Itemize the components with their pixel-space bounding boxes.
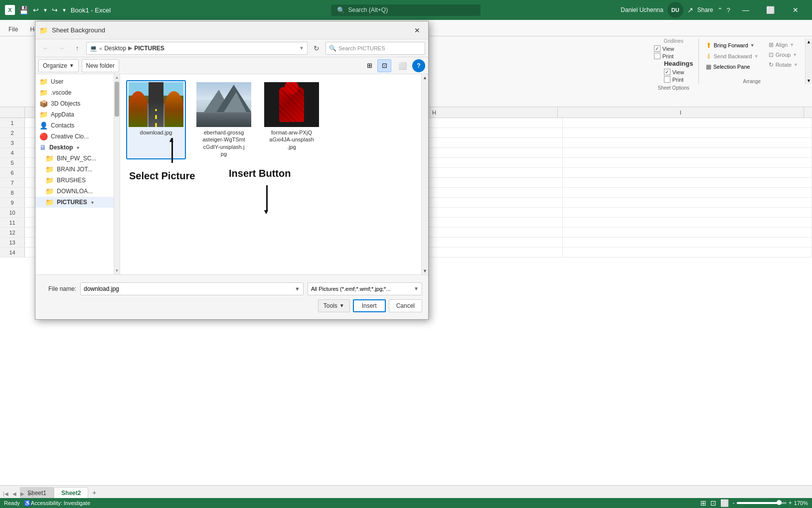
breadcrumb-dropdown[interactable]: ▼ xyxy=(299,45,304,51)
filename-input[interactable]: download.jpg ▼ xyxy=(80,282,304,295)
cell-i13[interactable] xyxy=(563,238,812,247)
minimize-button[interactable]: — xyxy=(734,2,757,17)
filetype-arrow[interactable]: ▼ xyxy=(414,286,419,291)
details-view-button[interactable]: ⊞ xyxy=(362,59,376,72)
nav-back-button[interactable]: ← xyxy=(38,42,52,55)
send-backward-button[interactable]: ⬇ Send Backward ▼ xyxy=(704,51,761,61)
sidebar-item-vscode[interactable]: 📁 .vscode xyxy=(35,87,114,98)
sheet-next-btn[interactable]: ▶ xyxy=(19,491,25,497)
maximize-button[interactable]: ⬜ xyxy=(759,2,782,17)
cell-i3[interactable] xyxy=(563,138,812,147)
nav-forward-button[interactable]: → xyxy=(54,42,68,55)
nav-refresh-button[interactable]: ↻ xyxy=(310,42,324,55)
cell-i12[interactable] xyxy=(563,228,812,237)
sheet-options-label[interactable]: Sheet Options xyxy=(654,85,693,91)
ribbon-scroll-down[interactable]: ▼ xyxy=(806,78,812,84)
sidebar-item-user[interactable]: 📁 User xyxy=(35,76,114,87)
pictures-expand: ▾ xyxy=(91,200,94,205)
headings-view-checkbox[interactable]: ✓ View xyxy=(664,68,693,76)
dialog-close-button[interactable]: ✕ xyxy=(410,24,424,36)
insert-button[interactable]: Insert xyxy=(353,299,386,312)
selection-pane-button[interactable]: ▦ Selection Pane xyxy=(704,62,761,71)
sheet-first-btn[interactable]: |◀ xyxy=(2,491,9,497)
sidebar-item-download[interactable]: 📁 DOWNLOA... xyxy=(35,186,114,197)
large-icon-view-button[interactable]: ⊡ xyxy=(377,59,391,72)
cell-i6[interactable] xyxy=(563,168,812,177)
undo-dropdown-icon[interactable]: ▼ xyxy=(43,7,48,13)
layout-view-icon[interactable]: ⊡ xyxy=(710,499,716,507)
rotate-button[interactable]: ↻ Rotate ▼ xyxy=(767,60,800,69)
breadcrumb-bar[interactable]: 💻 « Desktop ▶ PICTURES ▼ xyxy=(86,42,308,55)
headings-print-checkbox[interactable]: Print xyxy=(664,76,693,83)
sidebar-item-3dobjects[interactable]: 📦 3D Objects xyxy=(35,98,114,109)
zoom-slider[interactable] xyxy=(737,502,787,504)
undo-icon[interactable]: ↩ xyxy=(33,6,39,14)
file-item-mountain[interactable]: eberhard-grossgasteiger-WgTSmtcGdIY-unsp… xyxy=(194,80,254,159)
sidebar-scroll-down-btn[interactable]: ▼ xyxy=(115,268,119,273)
share-label[interactable]: Share xyxy=(697,6,713,13)
sidebar-item-brushes[interactable]: 📁 BRUSHES xyxy=(35,175,114,186)
gridlines-view-checkbox[interactable]: ✓ View xyxy=(654,45,693,52)
cell-i7[interactable] xyxy=(563,178,812,187)
sidebar-scrollbar[interactable]: ▲ ▼ xyxy=(114,74,120,274)
sidebar-item-creative[interactable]: 🔴 Creative Clo... xyxy=(35,131,114,142)
ribbon-scroll-up[interactable]: ▲ xyxy=(806,38,812,44)
qat-dropdown-icon[interactable]: ▼ xyxy=(62,7,67,13)
organize-button[interactable]: Organize ▼ xyxy=(38,59,79,72)
tools-button[interactable]: Tools ▼ xyxy=(318,299,350,312)
sidebar-item-desktop[interactable]: 🖥 Desktop ▾ xyxy=(35,142,114,153)
filetype-dropdown[interactable]: All Pictures (*.emf;*.wmf;*.jpg;*... ▼ xyxy=(308,282,422,295)
ribbon-scrollbar[interactable]: ▲ ▼ xyxy=(805,38,812,84)
breadcrumb-folder: PICTURES xyxy=(134,45,164,52)
global-search-bar[interactable]: 🔍 Search (Alt+Q) xyxy=(331,4,481,16)
ribbon-collapse-icon[interactable]: ⌃ xyxy=(717,6,723,14)
gridlines-print-checkbox[interactable]: Print xyxy=(654,52,693,60)
zoom-out-btn[interactable]: - xyxy=(733,500,735,507)
dialog-vscroll[interactable]: ▲ ▼ xyxy=(421,74,428,274)
sidebar-item-brainjot[interactable]: 📁 BRAIN JOT... xyxy=(35,164,114,175)
zoom-in-btn[interactable]: + xyxy=(789,500,792,507)
bring-forward-button[interactable]: ⬆ Bring Forward ▼ xyxy=(704,40,761,50)
nav-up-button[interactable]: ↑ xyxy=(70,42,84,55)
cell-i5[interactable] xyxy=(563,158,812,167)
cancel-button[interactable]: Cancel xyxy=(389,299,422,312)
grid-view-icon[interactable]: ⊞ xyxy=(700,499,706,507)
cell-i10[interactable] xyxy=(563,208,812,217)
page-break-icon[interactable]: ⬜ xyxy=(720,499,729,507)
cell-i4[interactable] xyxy=(563,148,812,157)
align-button[interactable]: ⊞ Align ▼ xyxy=(767,40,800,49)
sidebar-scroll-up-btn[interactable]: ▲ xyxy=(115,75,119,80)
sidebar-item-contacts[interactable]: 👤 Contacts xyxy=(35,120,114,131)
cell-i9[interactable] xyxy=(563,198,812,207)
file-item-download[interactable]: download.jpg xyxy=(126,80,186,159)
sidebar-item-pictures[interactable]: 📁 PICTURES ▾ xyxy=(35,197,114,208)
col-header-i[interactable]: I xyxy=(558,107,804,118)
dialog-help-button[interactable]: ? xyxy=(412,59,425,72)
help-icon[interactable]: ? xyxy=(727,6,730,14)
group-button[interactable]: ⊡ Group ▼ xyxy=(767,50,800,59)
zoom-level[interactable]: 170% xyxy=(794,500,808,506)
vscroll-up-btn[interactable]: ▲ xyxy=(422,74,429,81)
tab-file[interactable]: File xyxy=(2,23,24,36)
close-button[interactable]: ✕ xyxy=(784,2,807,17)
cell-i1[interactable] xyxy=(563,118,812,127)
search-box[interactable]: 🔍 Search PICTURES xyxy=(325,42,425,55)
cell-i8[interactable] xyxy=(563,188,812,197)
cell-i14[interactable] xyxy=(563,248,812,257)
cell-i2[interactable] xyxy=(563,128,812,137)
cell-i11[interactable] xyxy=(563,218,812,227)
filename-dropdown-arrow[interactable]: ▼ xyxy=(295,286,300,292)
sidebar-item-bin[interactable]: 📁 BIN_PW_SC... xyxy=(35,153,114,164)
share-icon[interactable]: ↗ xyxy=(687,6,693,14)
sheet-last-btn[interactable]: ▶| xyxy=(27,491,35,497)
add-sheet-button[interactable]: + xyxy=(88,487,100,498)
new-folder-button[interactable]: New folder xyxy=(82,59,119,72)
sheet-prev-btn[interactable]: ◀ xyxy=(11,491,17,497)
file-item-spiderman[interactable]: format-arw-PXjQaGxi4JA-unsplash.jpg xyxy=(262,80,322,159)
save-icon[interactable]: 💾 xyxy=(19,5,29,15)
split-view-button[interactable]: ⬜ xyxy=(395,59,409,72)
redo-icon[interactable]: ↪ xyxy=(52,6,58,14)
sidebar-item-appdata[interactable]: 📁 AppData xyxy=(35,109,114,120)
vscroll-down-btn[interactable]: ▼ xyxy=(422,267,429,274)
tab-sheet2[interactable]: Sheet2 xyxy=(54,487,88,498)
